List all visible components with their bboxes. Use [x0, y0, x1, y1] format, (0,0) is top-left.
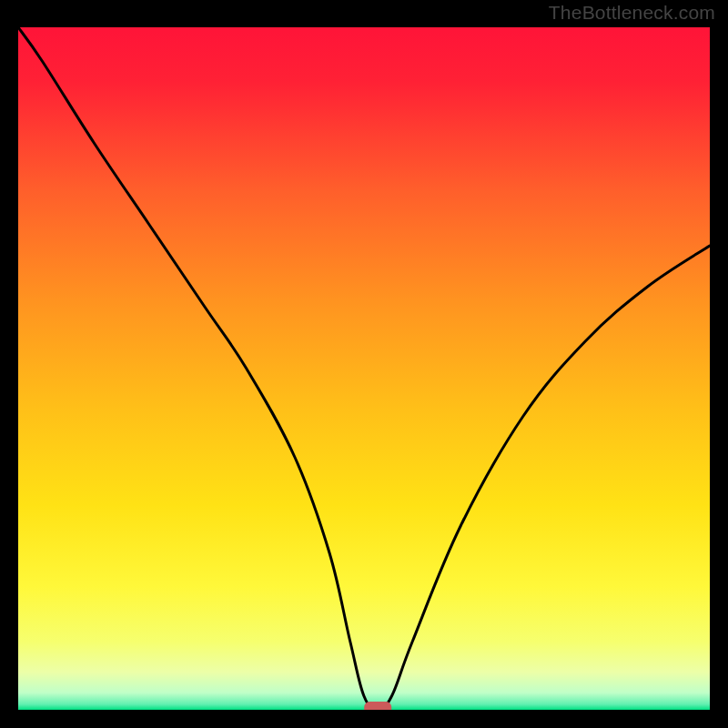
plot-area: [18, 27, 710, 710]
chart-container: TheBottleneck.com: [0, 0, 728, 728]
optimum-marker: [364, 702, 391, 710]
watermark-label: TheBottleneck.com: [549, 2, 715, 24]
gradient-background: [18, 27, 710, 710]
bottleneck-chart: [18, 27, 710, 710]
